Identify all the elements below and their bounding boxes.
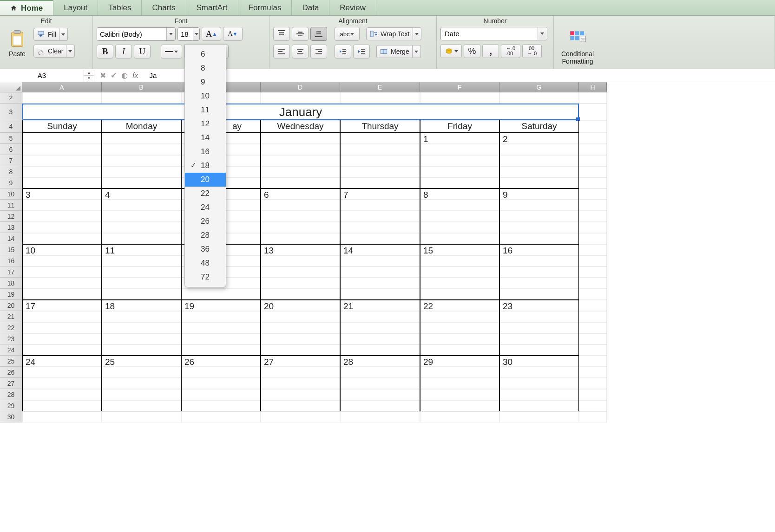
calendar-day-cell[interactable]: 2 (499, 133, 579, 188)
day-header[interactable]: Saturday (499, 120, 579, 133)
calendar-day-cell[interactable]: 13 (261, 244, 340, 300)
tab-charts[interactable]: Charts (142, 0, 186, 15)
font-size-option-24[interactable]: 24 (185, 201, 226, 214)
tab-review[interactable]: Review (329, 0, 376, 15)
row-header-2[interactable]: 2 (0, 92, 22, 104)
tab-tables[interactable]: Tables (98, 0, 142, 15)
font-size-option-36[interactable]: 36 (185, 242, 226, 256)
row-header-14[interactable]: 14 (0, 233, 22, 244)
row-header-22[interactable]: 22 (0, 322, 22, 333)
paste-button[interactable]: Paste (4, 27, 31, 59)
tab-home[interactable]: Home (0, 0, 53, 15)
calendar-title-cell[interactable]: January (22, 104, 579, 120)
calendar-day-cell[interactable]: 16 (499, 244, 579, 300)
calendar-day-cell[interactable]: 29 (420, 356, 499, 411)
align-left-button[interactable] (273, 45, 290, 58)
tab-formulas[interactable]: Formulas (238, 0, 292, 15)
calendar-day-cell[interactable]: 27 (261, 356, 340, 411)
column-header-E[interactable]: E (340, 82, 420, 92)
calendar-day-cell[interactable]: 18 (102, 300, 181, 356)
row-header-29[interactable]: 29 (0, 400, 22, 411)
calendar-day-cell[interactable]: 3 (22, 188, 102, 244)
font-size-option-72[interactable]: 72 (185, 270, 226, 284)
row-header-28[interactable]: 28 (0, 389, 22, 400)
row-header-20[interactable]: 20 (0, 300, 22, 311)
calendar-day-cell[interactable]: 19 (181, 300, 261, 356)
wrap-text-button[interactable]: Wrap Text (366, 27, 421, 40)
font-size-option-8[interactable]: 8 (185, 61, 226, 75)
font-size-menu[interactable]: 689101112141618✓2022242628364872 (184, 44, 226, 287)
row-header-24[interactable]: 24 (0, 344, 22, 356)
number-format-input[interactable] (441, 27, 538, 40)
row-header-25[interactable]: 25 (0, 356, 22, 367)
calendar-day-cell[interactable] (22, 133, 102, 188)
row-header-21[interactable]: 21 (0, 311, 22, 322)
decrease-decimal-button[interactable]: .00→.0 (522, 44, 542, 58)
accept-formula-button[interactable]: ✔ (111, 71, 117, 80)
calendar-day-cell[interactable]: 30 (499, 356, 579, 411)
font-size-input[interactable] (178, 28, 193, 40)
cell-area[interactable]: JanuarySundayMondayayWednesdayThursdayFr… (22, 92, 775, 422)
row-header-26[interactable]: 26 (0, 367, 22, 378)
name-box[interactable]: ▲▼ (0, 70, 94, 81)
underline-button[interactable]: U (134, 45, 151, 58)
tab-data[interactable]: Data (292, 0, 329, 15)
font-size-option-22[interactable]: 22 (185, 187, 226, 201)
day-header[interactable]: Thursday (340, 120, 420, 133)
font-size-option-9[interactable]: 9 (185, 75, 226, 89)
font-size-combo[interactable] (177, 27, 200, 41)
fill-button[interactable]: Fill (33, 28, 75, 41)
calendar-day-cell[interactable]: 15 (420, 244, 499, 300)
row-header-23[interactable]: 23 (0, 333, 22, 344)
font-name-combo[interactable] (97, 27, 176, 41)
calendar-day-cell[interactable]: 9 (499, 188, 579, 244)
calendar-day-cell[interactable]: 6 (261, 188, 340, 244)
column-header-G[interactable]: G (499, 82, 579, 92)
calendar-day-cell[interactable]: 11 (102, 244, 181, 300)
font-size-option-11[interactable]: 11 (185, 103, 226, 117)
comma-button[interactable]: , (482, 44, 499, 58)
align-right-button[interactable] (310, 45, 327, 58)
row-header-9[interactable]: 9 (0, 177, 22, 188)
row-header-13[interactable]: 13 (0, 222, 22, 233)
column-header-B[interactable]: B (102, 82, 181, 92)
row-header-5[interactable]: 5 (0, 133, 22, 144)
calendar-day-cell[interactable]: 25 (102, 356, 181, 411)
column-header-D[interactable]: D (261, 82, 340, 92)
font-size-option-16[interactable]: 16 (185, 145, 226, 159)
font-size-option-20[interactable]: 20 (185, 173, 226, 187)
calendar-day-cell[interactable]: 14 (340, 244, 420, 300)
font-size-option-14[interactable]: 14 (185, 131, 226, 145)
column-header-F[interactable]: F (420, 82, 499, 92)
row-header-19[interactable]: 19 (0, 289, 22, 300)
calendar-day-cell[interactable]: 20 (261, 300, 340, 356)
orientation-button[interactable]: abc (335, 27, 360, 41)
font-size-option-12[interactable]: 12 (185, 117, 226, 131)
row-header-11[interactable]: 11 (0, 200, 22, 211)
font-size-option-6[interactable]: 6 (185, 47, 226, 61)
column-header-A[interactable]: A (22, 82, 102, 92)
row-header-16[interactable]: 16 (0, 255, 22, 266)
formula-input[interactable] (146, 70, 775, 81)
name-box-stepper[interactable]: ▲▼ (84, 70, 94, 81)
currency-button[interactable] (440, 44, 462, 58)
bold-button[interactable]: B (97, 45, 113, 58)
number-format-dropdown[interactable] (538, 27, 547, 40)
row-header-3[interactable]: 3 (0, 104, 22, 120)
font-size-option-18[interactable]: 18✓ (185, 159, 226, 173)
shrink-font-button[interactable]: A▼ (223, 27, 243, 41)
calendar-day-cell[interactable]: 10 (22, 244, 102, 300)
decrease-indent-button[interactable] (335, 45, 351, 58)
toggle-formula-button[interactable]: ◐ (121, 71, 128, 80)
font-name-input[interactable] (97, 28, 166, 40)
calendar-day-cell[interactable]: 28 (340, 356, 420, 411)
row-header-12[interactable]: 12 (0, 211, 22, 222)
percent-button[interactable]: % (464, 44, 480, 58)
row-header-30[interactable]: 30 (0, 411, 22, 422)
select-all-corner[interactable] (0, 82, 22, 92)
calendar-day-cell[interactable]: 1 (420, 133, 499, 188)
day-header[interactable]: Monday (102, 120, 181, 133)
calendar-day-cell[interactable]: 4 (102, 188, 181, 244)
stepper-down[interactable]: ▼ (84, 76, 94, 81)
stepper-up[interactable]: ▲ (84, 70, 94, 76)
